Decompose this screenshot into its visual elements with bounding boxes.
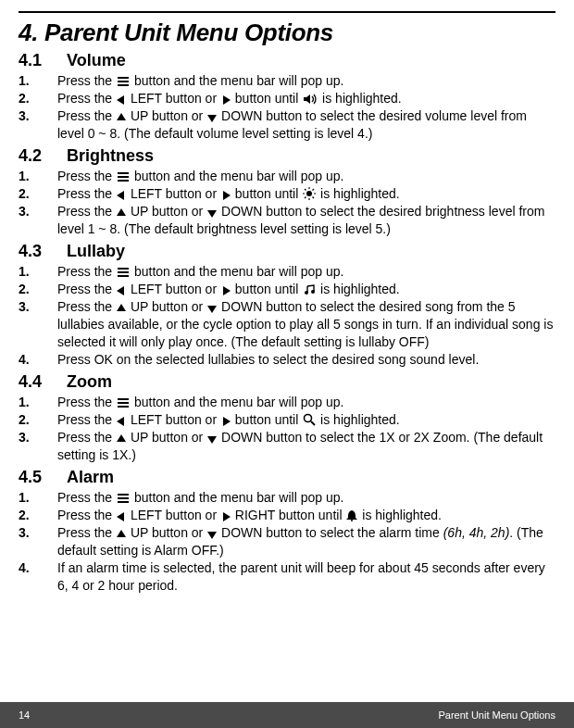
svg-line-20 [305,197,306,199]
menu-icon [117,397,130,408]
right-icon [221,417,231,426]
up-icon [117,434,126,444]
svg-rect-1 [118,81,129,82]
top-rule [19,11,555,13]
page-number: 14 [19,709,30,721]
list-item: 3.Press the UP button or DOWN button to … [19,524,555,559]
down-icon [207,208,217,218]
list-item: 3.Press the UP button or DOWN button to … [19,203,555,238]
menu-icon [117,493,130,504]
page-footer: 14 Parent Unit Menu Options [0,702,574,728]
svg-marker-27 [117,286,124,295]
svg-rect-45 [118,501,129,503]
svg-rect-24 [118,268,129,270]
svg-marker-42 [207,436,217,444]
svg-marker-50 [207,532,217,539]
menu-icon [117,171,130,182]
svg-point-13 [306,191,312,196]
section-heading: 4.3Lullaby [19,242,555,261]
list-item: 1.Press the button and the menu bar will… [19,489,555,507]
svg-marker-49 [117,530,126,537]
section-heading: 4.4Zoom [19,372,555,392]
left-icon [117,512,126,521]
svg-marker-37 [117,417,124,426]
svg-point-39 [305,415,312,422]
svg-rect-44 [118,497,129,499]
svg-rect-10 [118,180,129,182]
menu-icon [117,267,130,278]
section-heading: 4.5Alarm [19,468,555,487]
svg-marker-23 [207,210,217,218]
brightness-icon [303,187,316,200]
right-icon [221,191,231,200]
right-icon [221,286,231,295]
svg-rect-26 [118,275,129,277]
down-icon [207,434,217,444]
down-icon [207,113,217,122]
svg-rect-36 [118,406,129,408]
svg-marker-47 [223,512,231,521]
list-item: 3.Press the UP button or DOWN button to … [19,429,555,464]
list-item: 4.Press OK on the selected lullabies to … [19,351,555,369]
list-item: 3.Press the UP button or DOWN button to … [19,107,555,143]
svg-point-48 [351,520,353,521]
svg-marker-6 [117,113,126,120]
svg-rect-2 [118,84,129,86]
up-icon [117,208,126,218]
svg-rect-35 [118,402,129,404]
volume-icon [303,94,318,105]
list-item: 2.Press the LEFT button or button until … [19,411,555,429]
section-heading: 4.2Brightness [19,146,555,166]
list-item: 2.Press the LEFT button or RIGHT button … [19,507,555,524]
list-item: 1.Press the button and the menu bar will… [19,72,555,90]
zoom-icon [303,413,316,426]
svg-marker-46 [117,512,124,521]
svg-marker-22 [117,208,126,216]
manual-page: 4. Parent Unit Menu Options 4.1Volume 1.… [0,0,574,728]
page-title: 4. Parent Unit Menu Options [19,19,555,47]
list-item: 2.Press the LEFT button or button until … [19,281,555,298]
list-item: 1.Press the button and the menu bar will… [19,168,555,185]
left-icon [117,286,126,295]
svg-marker-38 [223,417,231,426]
right-icon [221,512,231,521]
list-item: 3.Press the UP button or DOWN button to … [19,298,555,351]
footer-title: Parent Unit Menu Options [438,709,555,721]
left-icon [117,191,126,200]
svg-marker-3 [117,95,124,105]
down-icon [207,530,217,539]
svg-rect-43 [118,494,129,496]
svg-marker-11 [117,191,124,200]
up-icon [117,304,126,313]
svg-rect-9 [118,176,129,178]
svg-marker-33 [207,306,217,313]
list-item: 2.Press the LEFT button or button until … [19,90,555,107]
svg-line-40 [311,421,315,425]
left-icon [117,95,126,105]
up-icon [117,113,126,122]
list-item: 2.Press the LEFT button or button until … [19,185,555,203]
svg-marker-32 [117,304,126,311]
right-icon [221,95,231,105]
svg-line-21 [313,189,315,191]
svg-point-30 [311,290,315,294]
section-heading: 4.1Volume [19,51,555,70]
alarm-icon [346,509,357,521]
down-icon [207,304,217,313]
svg-rect-8 [118,172,129,174]
svg-marker-5 [304,94,310,104]
svg-line-18 [305,189,306,191]
svg-marker-7 [207,115,217,122]
list-item: 1.Press the button and the menu bar will… [19,394,555,411]
list-item: 1.Press the button and the menu bar will… [19,263,555,281]
svg-marker-41 [117,434,126,442]
up-icon [117,530,126,539]
svg-marker-4 [223,95,231,105]
music-icon [303,284,316,295]
svg-rect-25 [118,271,129,273]
svg-rect-0 [118,77,129,79]
list-item: 4.If an alarm time is selected, the pare… [19,559,555,595]
svg-marker-28 [223,286,231,295]
menu-icon [117,76,130,87]
svg-marker-12 [223,191,231,200]
